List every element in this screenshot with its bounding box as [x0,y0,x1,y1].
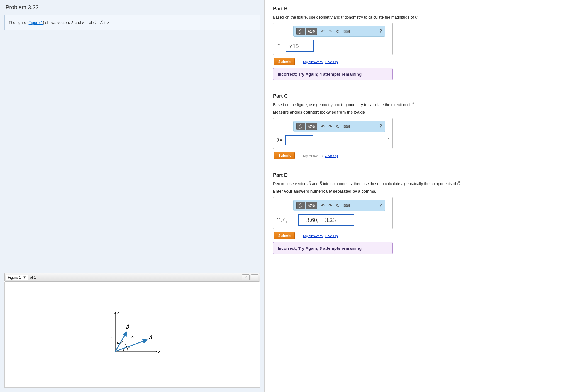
my-answers-link[interactable]: My Answers [303,154,323,158]
vector-c-symbol: C [415,15,418,20]
figure-toolbar: Figure 1 ▼ of 1 < > [4,273,260,282]
figure-panel: Figure 1 ▼ of 1 < > [4,273,260,388]
part-c-title: Part C [273,93,580,99]
part-b-feedback: Incorrect; Try Again; 4 attempts remaini… [273,68,393,80]
reset-icon[interactable]: ↻ [336,29,340,34]
part-b-instruction: Based on the figure, use geometry and tr… [273,15,580,20]
vector-b-symbol: B [82,21,85,25]
keyboard-icon[interactable]: ⌨ [343,29,350,34]
part-c-instruction: Based on the figure, use geometry and tr… [273,102,580,107]
vector-diagram: y x A⃗ B⃗ 2 3 60° 20° [96,307,168,362]
answer-input[interactable]: − 3.60, − 3.23 [298,214,354,226]
vector-a-figure-label: A⃗ [149,335,152,340]
vector-a-symbol: A [309,182,311,186]
angle-a: 20° [125,346,130,350]
undo-icon[interactable]: ↶ [321,29,325,34]
equation-toolbar: xa√▢ ΑΣΦ ↶ ↷ ↻ ⌨ ? [293,200,385,211]
part-c-sub-instruction: Measure angles counterclockwise from the… [273,110,580,114]
chevron-down-icon: ▼ [23,275,26,280]
undo-icon[interactable]: ↶ [321,124,325,129]
reset-icon[interactable]: ↻ [336,203,340,208]
divider [273,167,580,167]
unit-degree: ° [388,137,389,141]
figure-prev-button[interactable]: < [242,274,250,280]
give-up-link[interactable]: Give Up [325,234,338,238]
templates-button[interactable]: xa√▢ [296,202,305,209]
submit-button[interactable]: Submit [274,232,295,239]
text: ) shows vectors [43,20,71,25]
variable-label: θ = [277,138,283,143]
vector-b-symbol: B [319,182,322,186]
problem-title: Problem 3.22 [0,0,264,13]
vector-b-symbol: B [107,21,109,25]
text: . Let [84,20,93,25]
y-axis-label: y [117,309,120,314]
figure-selector[interactable]: Figure 1 ▼ [6,275,28,280]
text: The figure ( [9,20,29,25]
reset-icon[interactable]: ↻ [336,124,340,129]
give-up-link[interactable]: Give Up [325,60,338,64]
text: Based on the figure, use geometry and tr… [273,102,411,107]
text: Decompose vectors [273,182,309,186]
figure-count: of 1 [30,275,36,280]
help-icon[interactable]: ? [380,202,382,209]
text: Based on the figure, use geometry and tr… [273,15,415,19]
x-axis-label: x [158,349,160,354]
problem-statement: The figure (Figure 1) shows vectors A an… [4,15,260,30]
text: and [311,182,319,186]
part-b-title: Part B [273,6,580,12]
submit-button[interactable]: Submit [274,152,295,159]
answer-value: 15 [292,42,299,50]
magnitude-a: 3 [131,334,134,339]
divider [273,88,580,88]
part-c-answer-box: xa√▢ ΑΣΦ ↶ ↷ ↻ ⌨ ? θ = ° [273,118,393,149]
help-icon[interactable]: ? [380,123,382,130]
variable-label: Cx, Cy = [277,217,296,223]
variable-label: C = [277,43,284,48]
vector-a-symbol: A [100,21,103,25]
figure-next-button[interactable]: > [251,274,258,280]
part-d-answer-box: xa√▢ ΑΣΦ ↶ ↷ ↻ ⌨ ? Cx, Cy = − 3.60, − 3.… [273,197,393,229]
undo-icon[interactable]: ↶ [321,203,325,208]
vector-c-symbol: C [457,182,460,186]
answer-input[interactable] [285,135,313,145]
submit-button[interactable]: Submit [274,58,295,65]
templates-button[interactable]: xa√▢ [296,28,305,35]
answer-input[interactable]: 15 [286,40,314,52]
equation-toolbar: xa√▢ ΑΣΦ ↶ ↷ ↻ ⌨ ? [293,121,385,132]
text: and [74,20,82,25]
figure-canvas: y x A⃗ B⃗ 2 3 60° 20° [4,282,260,388]
figure-link[interactable]: Figure 1 [29,20,43,25]
part-d-instruction: Decompose vectors A and B into component… [273,182,580,186]
my-answers-link[interactable]: My Answers [303,234,323,238]
part-d-title: Part D [273,172,580,178]
keyboard-icon[interactable]: ⌨ [343,124,350,129]
part-d-feedback: Incorrect; Try Again; 3 attempts remaini… [273,242,393,254]
equation-toolbar: xa√▢ ΑΣΦ ↶ ↷ ↻ ⌨ ? [293,26,385,37]
text: = [96,20,100,25]
part-b-answer-box: xa√▢ ΑΣΦ ↶ ↷ ↻ ⌨ ? C = 15 [273,23,393,55]
angle-b: 60° [117,341,122,345]
figure-selector-label: Figure 1 [8,275,21,280]
greek-button[interactable]: ΑΣΦ [306,123,317,130]
text: into components, then use these to calcu… [322,182,457,186]
my-answers-link[interactable]: My Answers [303,60,323,64]
part-d-sub-instruction: Enter your answers numerically separated… [273,189,580,193]
greek-button[interactable]: ΑΣΦ [306,28,317,35]
redo-icon[interactable]: ↷ [328,124,332,129]
give-up-link[interactable]: Give Up [325,154,338,158]
vector-a-symbol: A [71,21,74,25]
vector-c-symbol: C [93,21,96,25]
vector-c-symbol: C [411,103,414,107]
vector-b-figure-label: B⃗ [126,324,129,329]
redo-icon[interactable]: ↷ [328,203,332,208]
templates-button[interactable]: xa√▢ [296,123,305,130]
keyboard-icon[interactable]: ⌨ [343,203,350,208]
magnitude-b: 2 [110,336,113,341]
redo-icon[interactable]: ↷ [328,29,332,34]
greek-button[interactable]: ΑΣΦ [306,202,317,209]
help-icon[interactable]: ? [380,28,382,35]
